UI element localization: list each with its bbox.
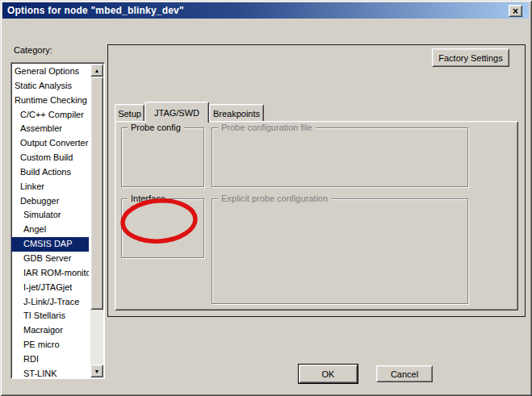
ok-button[interactable]: OK: [299, 365, 358, 383]
options-dialog: Options for node "mbed_blinky_dev" × Cat…: [0, 0, 532, 396]
cancel-button-label: Cancel: [391, 369, 418, 379]
interface-legend: Interface: [128, 194, 169, 203]
scrollbar-up-button[interactable]: ▲: [90, 64, 103, 77]
dialog-title: Options for node "mbed_blinky_dev": [7, 5, 184, 16]
explicit-probe-legend: Explicit probe configuration: [218, 194, 331, 203]
tab-setup-label: Setup: [118, 109, 141, 119]
factory-settings-button[interactable]: Factory Settings: [432, 48, 509, 67]
category-item-gdb-server[interactable]: GDB Server: [11, 252, 89, 266]
category-item-rdi[interactable]: RDI: [11, 352, 89, 367]
close-icon: ×: [513, 6, 518, 16]
category-item-output-converter[interactable]: Output Converter: [11, 136, 89, 151]
tab-jtag-swd-label: JTAG/SWD: [154, 108, 199, 118]
tab-breakpoints-label: Breakpoints: [213, 109, 260, 119]
category-item-pe-micro[interactable]: PE micro: [11, 338, 89, 352]
category-item-macraigor[interactable]: Macraigor: [11, 323, 89, 338]
category-item-general-options[interactable]: General Options: [11, 65, 89, 79]
probe-configuration-file-group: Probe configuration file: [212, 127, 468, 187]
factory-settings-label: Factory Settings: [438, 53, 502, 63]
arrow-down-icon: ▼: [94, 369, 100, 374]
category-scrollbar[interactable]: ▲ ▼: [90, 64, 103, 377]
titlebar: Options for node "mbed_blinky_dev" ×: [2, 2, 529, 19]
probe-config-group: Probe config: [121, 127, 204, 187]
tab-setup[interactable]: Setup: [115, 104, 145, 122]
tab-breakpoints[interactable]: Breakpoints: [209, 104, 264, 122]
category-item-debugger[interactable]: Debugger: [11, 194, 89, 209]
scrollbar-down-button[interactable]: ▼: [90, 365, 103, 377]
category-item-cmsis-dap[interactable]: CMSIS DAP: [11, 237, 89, 252]
close-button[interactable]: ×: [509, 5, 522, 17]
category-item-c-c-compiler[interactable]: C/C++ Compiler: [11, 108, 89, 123]
cancel-button[interactable]: Cancel: [376, 365, 433, 382]
category-item-build-actions[interactable]: Build Actions: [11, 165, 89, 180]
category-item-j-link-j-trace[interactable]: J-Link/J-Trace: [11, 295, 89, 310]
category-item-st-link[interactable]: ST-LINK: [11, 367, 89, 379]
tab-jtag-swd[interactable]: JTAG/SWD: [145, 102, 209, 123]
category-item-static-analysis[interactable]: Static Analysis: [11, 79, 89, 94]
explicit-probe-configuration-group: Explicit probe configuration: [212, 198, 468, 304]
category-item-custom-build[interactable]: Custom Build: [11, 151, 89, 165]
category-item-angel[interactable]: Angel: [11, 223, 89, 237]
category-item-i-jet-jtagjet[interactable]: I-jet/JTAGjet: [11, 281, 89, 295]
category-item-simulator[interactable]: Simulator: [11, 208, 89, 223]
category-item-ti-stellaris[interactable]: TI Stellaris: [11, 309, 89, 323]
probe-configuration-file-legend: Probe configuration file: [218, 123, 316, 132]
category-item-assembler[interactable]: Assembler: [11, 122, 89, 136]
arrow-up-icon: ▲: [94, 68, 100, 73]
category-label: Category:: [14, 45, 52, 55]
ok-button-label: OK: [322, 369, 335, 379]
probe-config-legend: Probe config: [128, 123, 184, 132]
category-item-linker[interactable]: Linker: [11, 180, 89, 194]
scrollbar-thumb[interactable]: [90, 77, 103, 310]
interface-group: Interface: [121, 198, 204, 258]
category-item-runtime-checking[interactable]: Runtime Checking: [11, 94, 89, 108]
category-item-iar-rom-monitor[interactable]: IAR ROM-monitor: [11, 266, 89, 281]
